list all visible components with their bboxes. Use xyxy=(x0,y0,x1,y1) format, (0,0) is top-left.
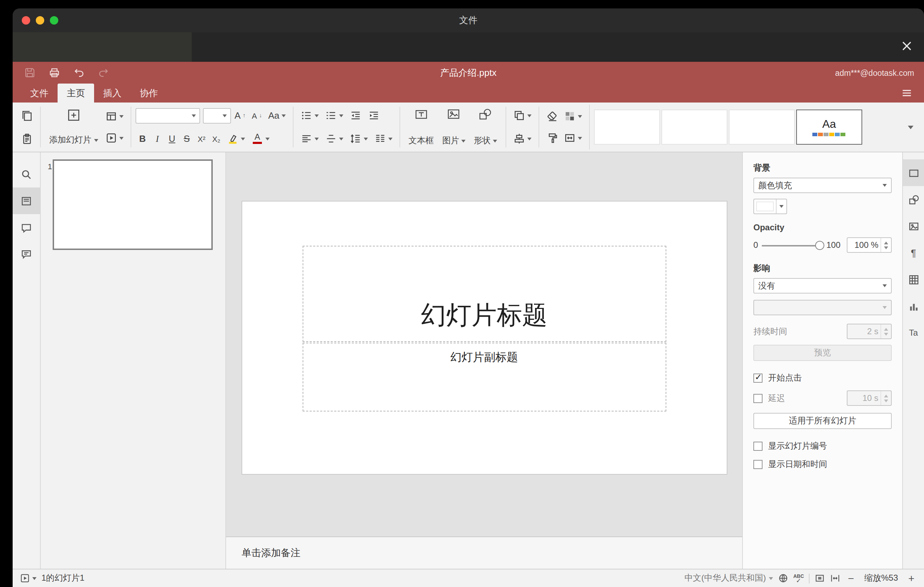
arrange-shapes-button[interactable] xyxy=(510,106,534,125)
start-on-click-checkbox[interactable] xyxy=(753,374,762,383)
vertical-align-button[interactable] xyxy=(322,129,346,148)
font-name-select[interactable] xyxy=(135,108,200,123)
copy-style-button[interactable] xyxy=(543,129,561,147)
set-language-button[interactable] xyxy=(778,573,789,584)
underline-button[interactable]: U xyxy=(165,130,179,148)
slide-thumbnail[interactable] xyxy=(53,159,213,250)
horizontal-align-button[interactable] xyxy=(298,129,322,148)
columns-button[interactable] xyxy=(371,129,395,148)
decrease-indent-button[interactable] xyxy=(347,106,365,125)
duration-spinner[interactable]: 2 s xyxy=(847,324,892,339)
insert-textbox-button[interactable]: 文本框 xyxy=(404,106,438,148)
italic-button[interactable]: I xyxy=(150,130,164,148)
maximize-traffic-button[interactable] xyxy=(50,16,58,25)
slide-settings-button[interactable] xyxy=(903,159,924,186)
shape-settings-button[interactable] xyxy=(903,186,924,213)
subscript-button[interactable]: X₂ xyxy=(209,130,223,148)
image-settings-button[interactable] xyxy=(903,213,924,239)
increase-font-button[interactable]: A↑ xyxy=(232,106,248,125)
subtitle-placeholder[interactable]: 幻灯片副标题 xyxy=(302,343,666,411)
change-case-button[interactable]: Aa xyxy=(266,106,289,125)
theme-option-2[interactable] xyxy=(662,110,728,145)
chevron-down-icon xyxy=(266,137,270,140)
numbered-list-button[interactable] xyxy=(322,106,346,125)
preview-button[interactable]: 预览 xyxy=(753,345,892,361)
theme-option-selected[interactable]: Aa xyxy=(796,110,862,145)
comments-button[interactable] xyxy=(13,214,40,241)
chart-settings-button[interactable] xyxy=(903,293,924,320)
print-icon[interactable] xyxy=(47,66,61,80)
opacity-slider[interactable] xyxy=(761,241,823,250)
textart-settings-button[interactable]: Ta xyxy=(903,320,924,346)
increase-indent-button[interactable] xyxy=(365,106,383,125)
slide-layout-button[interactable] xyxy=(102,107,126,126)
tab-home[interactable]: 主页 xyxy=(58,84,94,102)
slide[interactable]: 幻灯片标题 幻灯片副标题 xyxy=(242,201,726,474)
theme-gallery-expand-button[interactable] xyxy=(901,105,920,150)
feedback-button[interactable] xyxy=(13,241,40,267)
table-settings-button[interactable] xyxy=(903,266,924,293)
zoom-out-button[interactable]: − xyxy=(845,572,856,584)
delay-checkbox[interactable] xyxy=(753,394,762,403)
slide-canvas[interactable]: 幻灯片标题 幻灯片副标题 xyxy=(226,152,742,536)
fill-color-select[interactable] xyxy=(753,199,787,214)
copy-button[interactable] xyxy=(18,106,36,125)
mac-titlebar: 文件 xyxy=(13,8,924,32)
align-shapes-button[interactable] xyxy=(510,129,534,148)
search-button[interactable] xyxy=(13,161,40,188)
start-slideshow-statusbar-button[interactable] xyxy=(20,573,36,584)
effect-select[interactable]: 没有 xyxy=(753,278,892,294)
fill-type-select[interactable]: 颜色填充 xyxy=(753,178,892,193)
tab-collaboration[interactable]: 协作 xyxy=(130,84,167,102)
zoom-in-button[interactable]: + xyxy=(906,572,917,584)
spinner-arrows[interactable] xyxy=(881,391,891,405)
theme-option-1[interactable] xyxy=(594,110,660,145)
slider-knob[interactable] xyxy=(815,241,824,250)
bold-button[interactable]: B xyxy=(135,130,150,148)
insert-image-button[interactable]: 图片 xyxy=(438,106,470,148)
preview-slideshow-button[interactable] xyxy=(102,129,126,147)
paragraph-settings-button[interactable]: ¶ xyxy=(903,239,924,266)
slide-size-button[interactable] xyxy=(561,129,585,147)
line-spacing-button[interactable] xyxy=(347,129,371,148)
insert-shape-button[interactable]: 形状 xyxy=(470,106,501,148)
delay-spinner[interactable]: 10 s xyxy=(847,391,892,406)
undo-icon[interactable] xyxy=(72,66,86,80)
theme-option-3[interactable] xyxy=(729,110,795,145)
slides-panel-button[interactable] xyxy=(13,188,40,214)
clear-style-button[interactable] xyxy=(543,107,561,126)
apply-to-all-button[interactable]: 适用于所有幻灯片 xyxy=(753,413,892,429)
font-color-button[interactable]: A xyxy=(249,129,272,148)
tab-file[interactable]: 文件 xyxy=(21,84,58,102)
spellcheck-button[interactable]: ABC ✓ xyxy=(794,574,804,582)
strikethrough-button[interactable]: S xyxy=(180,130,194,148)
fit-width-button[interactable] xyxy=(830,573,840,584)
tab-insert[interactable]: 插入 xyxy=(94,84,130,102)
font-size-select[interactable] xyxy=(203,108,231,123)
superscript-button[interactable]: X² xyxy=(195,130,208,148)
opacity-spinner[interactable]: 100 % xyxy=(847,237,892,253)
save-icon[interactable] xyxy=(23,66,36,80)
paste-button[interactable] xyxy=(18,129,36,148)
arrow-up-icon: ↑ xyxy=(243,112,246,119)
notes-area[interactable]: 单击添加备注 xyxy=(226,536,742,569)
fit-slide-button[interactable] xyxy=(815,573,825,584)
bullet-list-button[interactable] xyxy=(298,106,322,125)
arrow-up-icon xyxy=(884,328,888,330)
title-placeholder[interactable]: 幻灯片标题 xyxy=(302,246,666,342)
menu-icon[interactable] xyxy=(898,84,916,102)
effect-option-select[interactable] xyxy=(753,300,892,315)
close-traffic-button[interactable] xyxy=(22,16,30,25)
language-select[interactable]: 中文(中华人民共和国) xyxy=(685,572,773,584)
decrease-font-button[interactable]: A↓ xyxy=(249,106,265,125)
redo-icon[interactable] xyxy=(96,66,110,80)
color-scheme-button[interactable] xyxy=(561,107,585,126)
add-slide-button[interactable]: 添加幻灯片 xyxy=(45,106,102,148)
spinner-arrows[interactable] xyxy=(881,325,891,338)
show-slide-number-checkbox[interactable] xyxy=(753,442,762,451)
minimize-traffic-button[interactable] xyxy=(36,16,44,25)
highlight-color-button[interactable] xyxy=(224,129,248,148)
close-icon[interactable] xyxy=(897,36,916,55)
show-date-time-checkbox[interactable] xyxy=(753,460,762,469)
spinner-arrows[interactable] xyxy=(881,238,891,252)
